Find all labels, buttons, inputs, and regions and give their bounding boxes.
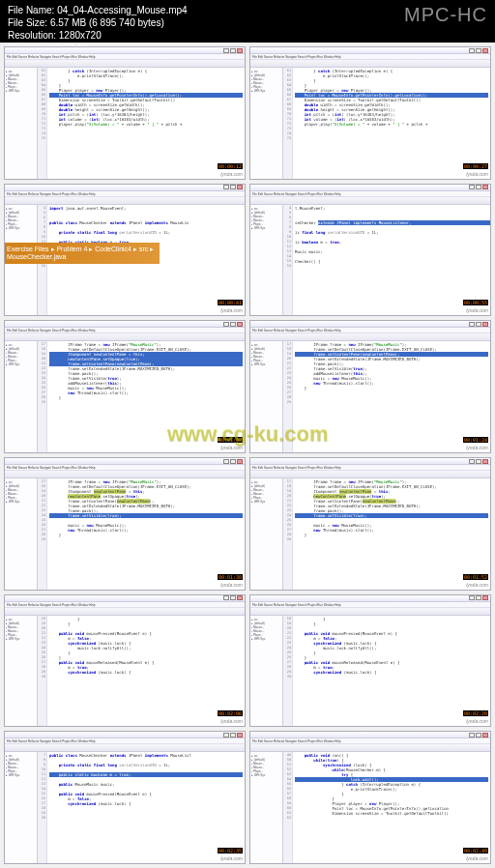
close-icon[interactable] [482, 595, 488, 600]
code-editor[interactable]: 17181920212223242526272829 JFrame frame … [38, 478, 245, 590]
project-tree[interactable]: ▸ src ▸ (default) ▪ Mouse... ▪ Mouse... … [5, 341, 38, 452]
project-tree[interactable]: ▸ src ▸ (default) ▪ Mouse... ▪ Mouse... … [5, 752, 38, 863]
code-content[interactable]: JFrame frame = new JFrame("MouseMusic");… [293, 341, 490, 452]
code-editor[interactable]: 7891011121314151617181920 public class M… [38, 752, 245, 863]
lynda-watermark: lynda.com [220, 171, 243, 177]
code-editor[interactable]: 17181920212223242526272829 JFrame frame … [283, 341, 490, 452]
thumbnail-cell[interactable]: File Edit Source Refactor Navigate Searc… [249, 457, 491, 591]
close-icon[interactable] [482, 459, 488, 464]
minimize-icon[interactable] [223, 185, 229, 189]
thumbnail-cell[interactable]: File Edit Source Refactor Navigate Searc… [4, 731, 246, 864]
thumbnail-cell[interactable]: File Edit Source Refactor Navigate Searc… [4, 320, 246, 453]
minimize-icon[interactable] [469, 322, 475, 327]
minimize-icon[interactable] [469, 595, 475, 600]
maximize-icon[interactable] [230, 48, 236, 53]
code-content[interactable]: JFrame frame = new JFrame("MouseMusic");… [47, 341, 245, 452]
code-content[interactable]: } } public void mousePressed(MouseEvent … [293, 616, 490, 727]
thumbnail-cell[interactable]: File Edit Source Refactor Navigate Searc… [4, 457, 246, 591]
project-tree[interactable]: ▸ src ▸ (default) ▪ Mouse... ▪ Mouse... … [250, 341, 283, 452]
window-titlebar [250, 47, 490, 54]
close-icon[interactable] [237, 595, 243, 600]
thumbnail-cell[interactable]: File Edit Source Refactor Navigate Searc… [249, 46, 491, 180]
maximize-icon[interactable] [230, 459, 236, 464]
maximize-icon[interactable] [230, 322, 236, 327]
code-content[interactable]: JFrame frame = new JFrame("MouseMusic");… [47, 478, 245, 590]
project-tree[interactable]: ▸ src ▸ (default) ▪ Mouse... ▪ Mouse... … [250, 205, 283, 316]
maximize-icon[interactable] [476, 459, 481, 464]
code-editor[interactable]: 616263646566676869707172737475 } catch (… [38, 68, 245, 179]
project-tree[interactable]: ▸ src ▸ (default) ▪ Mouse... ▪ Mouse... … [5, 478, 38, 590]
maximize-icon[interactable] [230, 595, 236, 600]
thumbnail-cell[interactable]: File Edit Source Refactor Navigate Searc… [4, 594, 246, 728]
minimize-icon[interactable] [223, 733, 229, 738]
thumbnail-cell[interactable]: File Edit Source Refactor Navigate Searc… [249, 320, 491, 453]
maximize-icon[interactable] [230, 733, 236, 738]
toolbar[interactable] [250, 471, 490, 478]
maximize-icon[interactable] [476, 595, 481, 600]
code-editor[interactable]: 17181920212223242526272829 JFrame frame … [283, 478, 490, 590]
close-icon[interactable] [482, 322, 488, 327]
minimize-icon[interactable] [469, 185, 475, 189]
thumbnail-cell[interactable]: File Edit Source Refactor Navigate Searc… [4, 46, 246, 180]
minimize-icon[interactable] [469, 459, 475, 464]
project-tree[interactable]: ▸ src ▸ (default) ▪ Mouse... ▪ Mouse... … [250, 616, 283, 727]
code-editor[interactable]: 4950515253545556575859606162 public void… [283, 752, 490, 863]
code-content[interactable]: } } public void mousePressed(MouseEvent … [47, 616, 245, 727]
toolbar[interactable] [5, 608, 245, 616]
thumbnail-cell[interactable]: File Edit Source Refactor Navigate Searc… [4, 184, 246, 317]
project-tree[interactable]: ▸ src ▸ (default) ▪ Mouse... ▪ Mouse... … [5, 68, 38, 179]
project-tree[interactable]: ▸ src ▸ (default) ▪ Mouse... ▪ Mouse... … [250, 752, 283, 863]
close-icon[interactable] [237, 48, 243, 53]
code-editor[interactable]: 18192021222324252627282930 } } public vo… [283, 616, 490, 727]
lynda-watermark: lynda.com [220, 855, 243, 861]
code-content[interactable]: } catch (InterruptedException e) { e.pri… [293, 68, 490, 179]
project-tree[interactable]: ▸ src ▸ (default) ▪ Mouse... ▪ Mouse... … [250, 478, 283, 590]
code-editor[interactable]: 616263646566676869707172737475 } catch (… [283, 68, 490, 179]
code-content[interactable]: public void run() { while(true) { synchr… [293, 752, 490, 863]
minimize-icon[interactable] [469, 48, 475, 53]
code-editor[interactable]: 18192021222324252627282930 } } public vo… [38, 616, 245, 727]
window-titlebar [250, 595, 490, 602]
thumbnail-cell[interactable]: File Edit Source Refactor Navigate Searc… [249, 184, 491, 317]
minimize-icon[interactable] [223, 595, 229, 600]
maximize-icon[interactable] [476, 185, 481, 189]
toolbar[interactable] [5, 60, 245, 68]
code-content[interactable]: JFrame frame = new JFrame("MouseMusic");… [293, 478, 490, 590]
minimize-icon[interactable] [469, 733, 475, 738]
toolbar[interactable] [250, 197, 490, 205]
thumbnail-cell[interactable]: File Edit Source Refactor Navigate Searc… [249, 594, 491, 728]
project-tree[interactable]: ▸ src ▸ (default) ▪ Mouse... ▪ Mouse... … [5, 616, 38, 727]
lynda-watermark: lynda.com [466, 171, 488, 177]
code-editor[interactable]: 45678910111213141516 t.MouseEvent; seChe… [283, 205, 490, 316]
close-icon[interactable] [237, 185, 243, 189]
toolbar[interactable] [5, 744, 245, 752]
toolbar[interactable] [250, 744, 490, 752]
toolbar[interactable] [5, 197, 245, 205]
close-icon[interactable] [482, 48, 488, 53]
close-icon[interactable] [482, 733, 488, 738]
code-editor[interactable]: 17181920212223242526272829 JFrame frame … [38, 341, 245, 452]
code-content[interactable]: public class MouseChecker extends JPanel… [47, 752, 245, 863]
toolbar[interactable] [5, 471, 245, 478]
toolbar[interactable] [5, 333, 245, 341]
close-icon[interactable] [237, 322, 243, 327]
maximize-icon[interactable] [476, 48, 481, 53]
resolution-value: 1280x720 [59, 30, 102, 41]
minimize-icon[interactable] [223, 48, 229, 53]
timestamp-badge: 00:00:41 [218, 300, 243, 305]
project-tree[interactable]: ▸ src ▸ (default) ▪ Mouse... ▪ Mouse... … [250, 68, 283, 179]
thumbnail-cell[interactable]: File Edit Source Refactor Navigate Searc… [249, 731, 491, 864]
maximize-icon[interactable] [230, 185, 236, 189]
maximize-icon[interactable] [476, 322, 481, 327]
minimize-icon[interactable] [223, 459, 229, 464]
close-icon[interactable] [237, 459, 243, 464]
code-content[interactable]: } catch (InterruptedException e) { e.pri… [47, 68, 245, 179]
toolbar[interactable] [250, 608, 490, 616]
toolbar[interactable] [250, 60, 490, 68]
minimize-icon[interactable] [223, 322, 229, 327]
close-icon[interactable] [482, 185, 488, 189]
code-content[interactable]: t.MouseEvent; seChecker extends JPanel i… [293, 205, 490, 316]
toolbar[interactable] [250, 333, 490, 341]
maximize-icon[interactable] [476, 733, 481, 738]
close-icon[interactable] [237, 733, 243, 738]
